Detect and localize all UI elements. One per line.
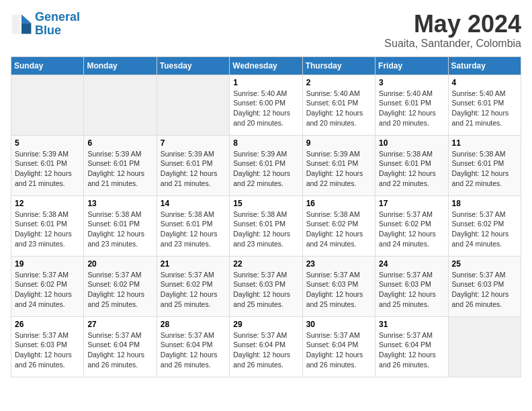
- calendar-cell: 13Sunrise: 5:38 AM Sunset: 6:01 PM Dayli…: [84, 195, 157, 256]
- svg-marker-0: [21, 14, 31, 23]
- day-number: 15: [233, 199, 298, 208]
- day-number: 25: [452, 259, 517, 269]
- day-info: Sunrise: 5:38 AM Sunset: 6:02 PM Dayligh…: [306, 210, 371, 249]
- calendar-cell: 17Sunrise: 5:37 AM Sunset: 6:02 PM Dayli…: [375, 195, 448, 256]
- day-number: 3: [379, 78, 444, 87]
- month-year: May 2024: [384, 11, 521, 38]
- calendar-cell: 20Sunrise: 5:37 AM Sunset: 6:02 PM Dayli…: [84, 256, 157, 316]
- logo-icon: [11, 13, 32, 35]
- logo-line1: General: [35, 10, 80, 24]
- day-number: 20: [87, 259, 152, 269]
- day-number: 31: [379, 320, 444, 329]
- calendar-cell: 10Sunrise: 5:38 AM Sunset: 6:01 PM Dayli…: [375, 135, 448, 195]
- day-info: Sunrise: 5:39 AM Sunset: 6:01 PM Dayligh…: [233, 149, 298, 189]
- calendar-cell: 29Sunrise: 5:37 AM Sunset: 6:04 PM Dayli…: [230, 316, 302, 377]
- calendar-cell: 3Sunrise: 5:40 AM Sunset: 6:01 PM Daylig…: [375, 75, 448, 135]
- calendar-cell: 6Sunrise: 5:39 AM Sunset: 6:01 PM Daylig…: [84, 135, 157, 195]
- day-info: Sunrise: 5:37 AM Sunset: 6:02 PM Dayligh…: [87, 270, 152, 310]
- day-number: 22: [233, 259, 298, 269]
- day-header-tuesday: Tuesday: [157, 56, 229, 75]
- svg-marker-1: [21, 23, 31, 34]
- day-info: Sunrise: 5:37 AM Sunset: 6:03 PM Dayligh…: [452, 270, 517, 310]
- calendar-cell: 4Sunrise: 5:40 AM Sunset: 6:01 PM Daylig…: [448, 75, 521, 135]
- calendar-cell: 14Sunrise: 5:38 AM Sunset: 6:01 PM Dayli…: [157, 195, 229, 256]
- day-info: Sunrise: 5:37 AM Sunset: 6:02 PM Dayligh…: [15, 270, 80, 310]
- day-number: 18: [452, 199, 517, 208]
- day-info: Sunrise: 5:40 AM Sunset: 6:01 PM Dayligh…: [452, 89, 517, 128]
- calendar-cell: 31Sunrise: 5:37 AM Sunset: 6:04 PM Dayli…: [375, 316, 448, 377]
- calendar-cell: 21Sunrise: 5:37 AM Sunset: 6:02 PM Dayli…: [157, 256, 229, 316]
- day-info: Sunrise: 5:38 AM Sunset: 6:01 PM Dayligh…: [452, 149, 517, 189]
- day-number: 2: [306, 78, 371, 87]
- calendar-cell: 16Sunrise: 5:38 AM Sunset: 6:02 PM Dayli…: [302, 195, 375, 256]
- day-number: 4: [452, 78, 517, 87]
- day-number: 12: [15, 199, 80, 208]
- day-info: Sunrise: 5:37 AM Sunset: 6:04 PM Dayligh…: [87, 330, 152, 370]
- day-number: 6: [87, 138, 152, 148]
- day-number: 14: [161, 199, 226, 208]
- day-info: Sunrise: 5:39 AM Sunset: 6:01 PM Dayligh…: [161, 149, 226, 189]
- day-info: Sunrise: 5:38 AM Sunset: 6:01 PM Dayligh…: [87, 210, 152, 249]
- calendar-cell: 25Sunrise: 5:37 AM Sunset: 6:03 PM Dayli…: [448, 256, 521, 316]
- calendar-cell: [157, 75, 229, 135]
- calendar-cell: 11Sunrise: 5:38 AM Sunset: 6:01 PM Dayli…: [448, 135, 521, 195]
- day-number: 17: [379, 199, 444, 208]
- day-info: Sunrise: 5:37 AM Sunset: 6:03 PM Dayligh…: [15, 330, 80, 370]
- day-number: 28: [161, 320, 226, 329]
- day-info: Sunrise: 5:37 AM Sunset: 6:02 PM Dayligh…: [379, 210, 444, 249]
- calendar-cell: 30Sunrise: 5:37 AM Sunset: 6:04 PM Dayli…: [302, 316, 375, 377]
- logo-line2: Blue: [35, 24, 61, 37]
- day-info: Sunrise: 5:37 AM Sunset: 6:04 PM Dayligh…: [379, 330, 444, 370]
- page-header: General Blue May 2024 Suaita, Santander,…: [11, 11, 521, 50]
- location: Suaita, Santander, Colombia: [384, 38, 521, 50]
- day-info: Sunrise: 5:39 AM Sunset: 6:01 PM Dayligh…: [306, 149, 371, 189]
- calendar-header-row: SundayMondayTuesdayWednesdayThursdayFrid…: [11, 56, 521, 75]
- day-info: Sunrise: 5:38 AM Sunset: 6:01 PM Dayligh…: [233, 210, 298, 249]
- day-number: 26: [15, 320, 80, 329]
- day-number: 7: [161, 138, 226, 148]
- calendar-cell: [84, 75, 157, 135]
- calendar-cell: 24Sunrise: 5:37 AM Sunset: 6:03 PM Dayli…: [375, 256, 448, 316]
- calendar-cell: 28Sunrise: 5:37 AM Sunset: 6:04 PM Dayli…: [157, 316, 229, 377]
- day-header-friday: Friday: [375, 56, 448, 75]
- calendar-cell: 27Sunrise: 5:37 AM Sunset: 6:04 PM Dayli…: [84, 316, 157, 377]
- calendar-cell: 2Sunrise: 5:40 AM Sunset: 6:01 PM Daylig…: [302, 75, 375, 135]
- calendar-cell: 9Sunrise: 5:39 AM Sunset: 6:01 PM Daylig…: [302, 135, 375, 195]
- day-info: Sunrise: 5:37 AM Sunset: 6:02 PM Dayligh…: [452, 210, 517, 249]
- title-area: May 2024 Suaita, Santander, Colombia: [384, 11, 521, 50]
- calendar-cell: 18Sunrise: 5:37 AM Sunset: 6:02 PM Dayli…: [448, 195, 521, 256]
- day-info: Sunrise: 5:37 AM Sunset: 6:03 PM Dayligh…: [379, 270, 444, 310]
- day-number: 13: [87, 199, 152, 208]
- day-info: Sunrise: 5:39 AM Sunset: 6:01 PM Dayligh…: [15, 149, 80, 189]
- day-info: Sunrise: 5:40 AM Sunset: 6:00 PM Dayligh…: [233, 89, 298, 128]
- day-info: Sunrise: 5:37 AM Sunset: 6:03 PM Dayligh…: [306, 270, 371, 310]
- day-header-wednesday: Wednesday: [230, 56, 302, 75]
- day-number: 1: [233, 78, 298, 87]
- day-number: 8: [233, 138, 298, 148]
- day-header-sunday: Sunday: [11, 56, 84, 75]
- calendar-cell: 7Sunrise: 5:39 AM Sunset: 6:01 PM Daylig…: [157, 135, 229, 195]
- day-number: 11: [452, 138, 517, 148]
- calendar-cell: [11, 75, 84, 135]
- calendar-cell: 15Sunrise: 5:38 AM Sunset: 6:01 PM Dayli…: [230, 195, 302, 256]
- logo-text: General Blue: [35, 11, 80, 38]
- day-info: Sunrise: 5:40 AM Sunset: 6:01 PM Dayligh…: [379, 89, 444, 128]
- day-info: Sunrise: 5:38 AM Sunset: 6:01 PM Dayligh…: [161, 210, 226, 249]
- day-header-thursday: Thursday: [302, 56, 375, 75]
- day-info: Sunrise: 5:37 AM Sunset: 6:04 PM Dayligh…: [306, 330, 371, 370]
- day-info: Sunrise: 5:38 AM Sunset: 6:01 PM Dayligh…: [15, 210, 80, 249]
- day-info: Sunrise: 5:38 AM Sunset: 6:01 PM Dayligh…: [379, 149, 444, 189]
- day-info: Sunrise: 5:37 AM Sunset: 6:04 PM Dayligh…: [161, 330, 226, 370]
- calendar-cell: 12Sunrise: 5:38 AM Sunset: 6:01 PM Dayli…: [11, 195, 84, 256]
- day-number: 30: [306, 320, 371, 329]
- day-info: Sunrise: 5:37 AM Sunset: 6:04 PM Dayligh…: [233, 330, 298, 370]
- day-number: 24: [379, 259, 444, 269]
- day-info: Sunrise: 5:37 AM Sunset: 6:02 PM Dayligh…: [161, 270, 226, 310]
- day-number: 19: [15, 259, 80, 269]
- calendar-cell: 5Sunrise: 5:39 AM Sunset: 6:01 PM Daylig…: [11, 135, 84, 195]
- day-info: Sunrise: 5:39 AM Sunset: 6:01 PM Dayligh…: [87, 149, 152, 189]
- day-number: 16: [306, 199, 371, 208]
- day-number: 23: [306, 259, 371, 269]
- calendar-table: SundayMondayTuesdayWednesdayThursdayFrid…: [11, 56, 521, 377]
- day-info: Sunrise: 5:40 AM Sunset: 6:01 PM Dayligh…: [306, 89, 371, 128]
